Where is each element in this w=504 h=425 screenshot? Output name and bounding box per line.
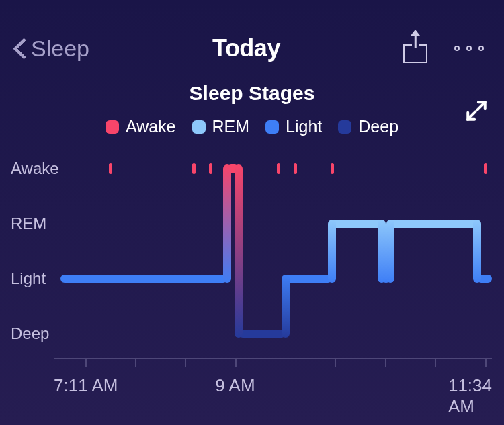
more-icon[interactable] xyxy=(454,46,484,51)
swatch-awake xyxy=(106,120,119,134)
legend-deep: Deep xyxy=(338,117,398,136)
status-bar xyxy=(0,0,504,13)
stage-transition xyxy=(378,220,386,283)
awake-event xyxy=(192,163,196,174)
back-label: Sleep xyxy=(31,36,89,62)
ylabel-light: Light xyxy=(11,269,46,288)
chart-legend: Awake REM Light Deep xyxy=(0,117,504,136)
stage-segment xyxy=(286,275,332,283)
ylabel-awake: Awake xyxy=(11,159,59,178)
xlabel-start: 7:11 AM xyxy=(54,375,118,396)
awake-event xyxy=(109,163,112,174)
swatch-deep xyxy=(338,120,351,134)
stage-segment xyxy=(60,275,227,283)
x-axis-labels: 7:11 AM 9 AM 11:34 AM xyxy=(54,375,492,402)
x-tick xyxy=(335,359,337,367)
legend-awake: Awake xyxy=(106,117,176,136)
awake-event xyxy=(484,163,487,174)
xlabel-mid: 9 AM xyxy=(215,375,255,396)
stage-transition xyxy=(386,220,394,283)
chart-plot xyxy=(54,150,492,358)
awake-event xyxy=(294,163,297,174)
stage-segment xyxy=(239,330,285,338)
page-title: Today xyxy=(212,34,280,62)
section-title: Sleep Stages xyxy=(0,82,504,105)
awake-event xyxy=(331,163,334,174)
xlabel-end: 11:34 AM xyxy=(448,375,492,417)
ylabel-rem: REM xyxy=(11,214,46,233)
chevron-left-icon xyxy=(12,37,27,60)
stage-transition xyxy=(282,275,290,338)
swatch-rem xyxy=(192,120,206,134)
stage-segment xyxy=(390,220,477,228)
x-tick xyxy=(435,359,437,367)
x-axis xyxy=(54,358,492,371)
back-button[interactable]: Sleep xyxy=(12,36,89,62)
stage-transition xyxy=(473,220,481,283)
x-tick xyxy=(85,359,87,367)
sleep-chart: Awake REM Light Deep xyxy=(0,150,504,358)
stage-transition xyxy=(223,164,231,283)
x-tick xyxy=(286,359,287,367)
awake-event xyxy=(277,163,280,174)
x-tick xyxy=(485,359,487,367)
x-tick xyxy=(185,359,187,367)
x-tick xyxy=(235,359,237,367)
ylabel-deep: Deep xyxy=(11,324,49,343)
stage-transition xyxy=(235,164,243,338)
stage-transition xyxy=(328,220,336,283)
x-tick xyxy=(135,359,136,367)
legend-light: Light xyxy=(265,117,322,136)
swatch-light xyxy=(265,120,279,134)
legend-rem: REM xyxy=(192,117,250,136)
nav-bar: Sleep Today xyxy=(0,13,504,70)
expand-icon[interactable] xyxy=(465,99,488,122)
stage-segment xyxy=(332,220,382,228)
share-icon[interactable] xyxy=(403,34,427,63)
x-tick xyxy=(385,359,386,367)
awake-event xyxy=(209,163,212,174)
